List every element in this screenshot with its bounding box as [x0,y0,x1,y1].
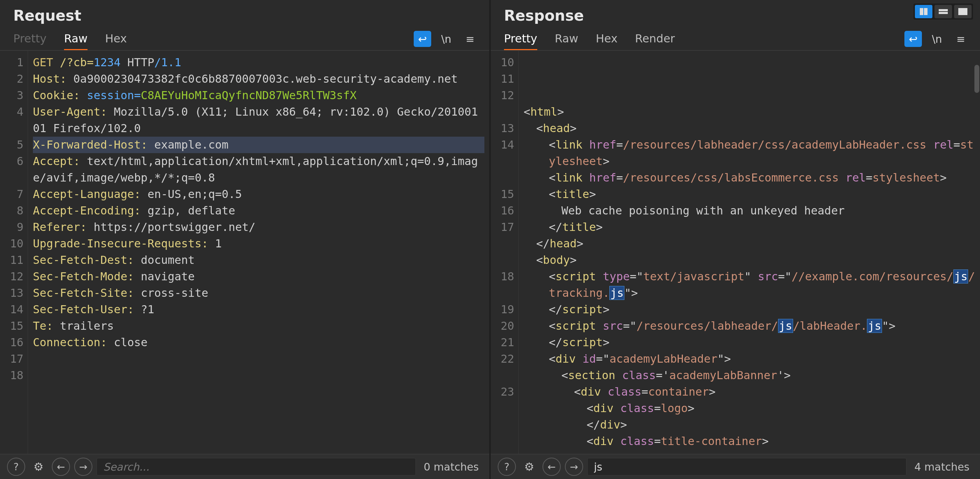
response-tab-tools: ↩ \n ≡ [904,31,969,47]
app-root: Request Pretty Raw Hex ↩ \n ≡ 1234567891… [0,0,980,479]
response-gutter: 1011121314151617181920212223 [491,51,519,454]
menu-icon[interactable]: ≡ [952,31,969,47]
wrap-icon[interactable]: ↩ [414,31,431,47]
response-title: Response [491,0,980,28]
request-tabs: Pretty Raw Hex [13,28,414,50]
tab-request-raw[interactable]: Raw [64,28,88,50]
search-next-icon[interactable]: → [74,458,92,476]
request-gutter: 123456789101112131415161718 [0,51,28,454]
layout-stack-button[interactable] [934,5,952,18]
request-pane: Request Pretty Raw Hex ↩ \n ≡ 1234567891… [0,0,491,479]
response-footer: ? ⚙ ← → 4 matches [491,454,980,479]
search-prev-icon[interactable]: ← [52,458,70,476]
layout-split-button[interactable] [915,5,932,18]
tab-response-pretty[interactable]: Pretty [504,28,537,50]
layout-single-button[interactable] [954,5,972,18]
newline-icon[interactable]: \n [438,31,455,47]
wrap-icon[interactable]: ↩ [904,31,922,47]
request-tab-tools: ↩ \n ≡ [414,31,479,47]
gear-icon[interactable]: ⚙ [520,458,538,476]
tab-response-render[interactable]: Render [635,28,675,50]
request-footer: ? ⚙ ← → 0 matches [0,454,489,479]
search-prev-icon[interactable]: ← [542,458,561,476]
request-code[interactable]: GET /?cb=1234 HTTP/1.1Host: 0a9000230473… [28,51,489,454]
request-tabbar: Pretty Raw Hex ↩ \n ≡ [0,28,489,50]
response-editor[interactable]: 1011121314151617181920212223 <html><head… [491,50,980,454]
request-search-input[interactable] [97,458,416,476]
response-pane: Response Pretty Raw Hex Render ↩ \n ≡ 10… [491,0,980,479]
help-icon[interactable]: ? [498,458,516,476]
response-tabs: Pretty Raw Hex Render [504,28,904,50]
gear-icon[interactable]: ⚙ [29,458,48,476]
tab-request-hex[interactable]: Hex [105,28,127,50]
tab-response-hex[interactable]: Hex [596,28,617,50]
response-tabbar: Pretty Raw Hex Render ↩ \n ≡ [491,28,980,50]
request-match-count: 0 matches [420,461,482,473]
response-match-count: 4 matches [911,461,973,473]
request-title: Request [0,0,489,28]
layout-buttons [913,3,973,20]
newline-icon[interactable]: \n [928,31,946,47]
response-code[interactable]: <html><head><link href=/resources/labhea… [519,51,980,454]
menu-icon[interactable]: ≡ [461,31,479,47]
request-editor[interactable]: 123456789101112131415161718 GET /?cb=123… [0,50,489,454]
tab-request-pretty[interactable]: Pretty [13,28,46,50]
help-icon[interactable]: ? [7,458,25,476]
tab-response-raw[interactable]: Raw [555,28,578,50]
search-next-icon[interactable]: → [565,458,583,476]
response-search-input[interactable] [587,458,907,476]
scrollbar-thumb[interactable] [974,65,979,93]
